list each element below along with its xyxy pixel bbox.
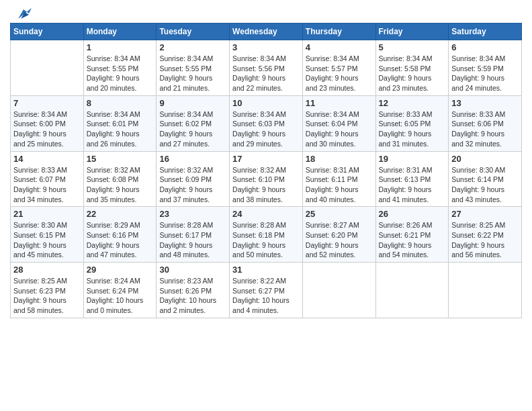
day-number: 17 — [232, 154, 300, 164]
calendar-cell — [449, 263, 522, 318]
logo-bird-icon — [11, 7, 32, 21]
day-info: Sunrise: 8:27 AMSunset: 6:20 PMDaylight:… — [306, 220, 373, 260]
calendar-cell: 25Sunrise: 8:27 AMSunset: 6:20 PMDayligh… — [302, 207, 375, 263]
calendar-cell — [11, 40, 84, 96]
day-info: Sunrise: 8:34 AMSunset: 6:03 PMDaylight:… — [232, 109, 300, 149]
day-number: 13 — [451, 98, 519, 108]
day-number: 29 — [87, 265, 154, 275]
day-info: Sunrise: 8:32 AMSunset: 6:09 PMDaylight:… — [159, 165, 226, 205]
day-info: Sunrise: 8:29 AMSunset: 6:16 PMDaylight:… — [87, 220, 154, 260]
calendar-cell: 26Sunrise: 8:26 AMSunset: 6:21 PMDayligh… — [375, 207, 449, 263]
day-number: 1 — [87, 42, 154, 52]
calendar-cell: 12Sunrise: 8:33 AMSunset: 6:05 PMDayligh… — [375, 95, 449, 151]
day-number: 22 — [87, 209, 154, 219]
calendar-cell: 9Sunrise: 8:34 AMSunset: 6:02 PMDaylight… — [157, 95, 230, 151]
weekday-header-tuesday: Tuesday — [157, 24, 230, 40]
calendar-cell — [302, 263, 375, 318]
day-number: 3 — [232, 42, 300, 52]
calendar-week-row: 14Sunrise: 8:33 AMSunset: 6:07 PMDayligh… — [11, 151, 522, 207]
calendar-cell: 30Sunrise: 8:23 AMSunset: 6:26 PMDayligh… — [157, 263, 230, 318]
day-number: 4 — [306, 42, 373, 52]
calendar-cell: 5Sunrise: 8:34 AMSunset: 5:58 PMDaylight… — [375, 40, 449, 96]
calendar-cell: 16Sunrise: 8:32 AMSunset: 6:09 PMDayligh… — [157, 151, 230, 207]
day-info: Sunrise: 8:32 AMSunset: 6:08 PMDaylight:… — [87, 165, 154, 205]
day-info: Sunrise: 8:34 AMSunset: 6:00 PMDaylight:… — [13, 109, 81, 149]
page-header — [10, 7, 522, 19]
weekday-header-friday: Friday — [375, 24, 449, 40]
calendar-cell: 10Sunrise: 8:34 AMSunset: 6:03 PMDayligh… — [230, 95, 303, 151]
calendar-cell: 18Sunrise: 8:31 AMSunset: 6:11 PMDayligh… — [302, 151, 375, 207]
weekday-header-monday: Monday — [83, 24, 157, 40]
day-info: Sunrise: 8:34 AMSunset: 5:56 PMDaylight:… — [232, 54, 300, 93]
day-number: 20 — [451, 154, 519, 164]
day-info: Sunrise: 8:33 AMSunset: 6:05 PMDaylight:… — [379, 109, 446, 149]
calendar-table: SundayMondayTuesdayWednesdayThursdayFrid… — [10, 23, 522, 318]
weekday-header-sunday: Sunday — [11, 24, 84, 40]
day-number: 15 — [87, 154, 154, 164]
day-info: Sunrise: 8:34 AMSunset: 6:02 PMDaylight:… — [159, 109, 226, 149]
calendar-cell: 20Sunrise: 8:30 AMSunset: 6:14 PMDayligh… — [449, 151, 522, 207]
calendar-week-row: 21Sunrise: 8:30 AMSunset: 6:15 PMDayligh… — [11, 207, 522, 263]
calendar-body: 1Sunrise: 8:34 AMSunset: 5:55 PMDaylight… — [11, 40, 522, 318]
calendar-cell: 13Sunrise: 8:33 AMSunset: 6:06 PMDayligh… — [449, 95, 522, 151]
day-info: Sunrise: 8:34 AMSunset: 5:59 PMDaylight:… — [451, 54, 519, 93]
day-info: Sunrise: 8:25 AMSunset: 6:22 PMDaylight:… — [451, 220, 519, 260]
calendar-cell: 31Sunrise: 8:22 AMSunset: 6:27 PMDayligh… — [230, 263, 303, 318]
day-info: Sunrise: 8:23 AMSunset: 6:26 PMDaylight:… — [159, 276, 226, 316]
day-number: 21 — [13, 209, 81, 219]
day-info: Sunrise: 8:25 AMSunset: 6:23 PMDaylight:… — [13, 276, 81, 316]
day-info: Sunrise: 8:31 AMSunset: 6:11 PMDaylight:… — [306, 165, 373, 205]
day-info: Sunrise: 8:32 AMSunset: 6:10 PMDaylight:… — [232, 165, 300, 205]
calendar-cell: 24Sunrise: 8:28 AMSunset: 6:18 PMDayligh… — [230, 207, 303, 263]
calendar-cell: 7Sunrise: 8:34 AMSunset: 6:00 PMDaylight… — [11, 95, 84, 151]
calendar-cell: 11Sunrise: 8:34 AMSunset: 6:04 PMDayligh… — [302, 95, 375, 151]
day-number: 11 — [306, 98, 373, 108]
calendar-cell: 19Sunrise: 8:31 AMSunset: 6:13 PMDayligh… — [375, 151, 449, 207]
day-number: 12 — [379, 98, 446, 108]
day-number: 7 — [13, 98, 81, 108]
calendar-cell: 2Sunrise: 8:34 AMSunset: 5:55 PMDaylight… — [157, 40, 230, 96]
calendar-cell: 21Sunrise: 8:30 AMSunset: 6:15 PMDayligh… — [11, 207, 84, 263]
calendar-cell: 8Sunrise: 8:34 AMSunset: 6:01 PMDaylight… — [83, 95, 157, 151]
day-number: 9 — [159, 98, 226, 108]
day-number: 19 — [379, 154, 446, 164]
day-number: 31 — [232, 265, 300, 275]
calendar-cell: 17Sunrise: 8:32 AMSunset: 6:10 PMDayligh… — [230, 151, 303, 207]
weekday-header-saturday: Saturday — [449, 24, 522, 40]
calendar-week-row: 28Sunrise: 8:25 AMSunset: 6:23 PMDayligh… — [11, 263, 522, 318]
day-info: Sunrise: 8:31 AMSunset: 6:13 PMDaylight:… — [379, 165, 446, 205]
calendar-cell: 1Sunrise: 8:34 AMSunset: 5:55 PMDaylight… — [83, 40, 157, 96]
day-info: Sunrise: 8:34 AMSunset: 5:57 PMDaylight:… — [306, 54, 373, 93]
calendar-cell: 22Sunrise: 8:29 AMSunset: 6:16 PMDayligh… — [83, 207, 157, 263]
day-info: Sunrise: 8:28 AMSunset: 6:18 PMDaylight:… — [232, 220, 300, 260]
day-number: 5 — [379, 42, 446, 52]
day-number: 25 — [306, 209, 373, 219]
day-info: Sunrise: 8:26 AMSunset: 6:21 PMDaylight:… — [379, 220, 446, 260]
day-number: 14 — [13, 154, 81, 164]
day-number: 16 — [159, 154, 226, 164]
day-info: Sunrise: 8:30 AMSunset: 6:15 PMDaylight:… — [13, 220, 81, 260]
day-info: Sunrise: 8:34 AMSunset: 6:04 PMDaylight:… — [306, 109, 373, 149]
day-number: 26 — [379, 209, 446, 219]
day-info: Sunrise: 8:28 AMSunset: 6:17 PMDaylight:… — [159, 220, 226, 260]
day-info: Sunrise: 8:22 AMSunset: 6:27 PMDaylight:… — [232, 276, 300, 316]
calendar-cell: 28Sunrise: 8:25 AMSunset: 6:23 PMDayligh… — [11, 263, 84, 318]
day-info: Sunrise: 8:34 AMSunset: 6:01 PMDaylight:… — [87, 109, 154, 149]
day-info: Sunrise: 8:30 AMSunset: 6:14 PMDaylight:… — [451, 165, 519, 205]
day-number: 6 — [451, 42, 519, 52]
calendar-cell: 29Sunrise: 8:24 AMSunset: 6:24 PMDayligh… — [83, 263, 157, 318]
day-info: Sunrise: 8:34 AMSunset: 5:55 PMDaylight:… — [159, 54, 226, 93]
calendar-cell: 15Sunrise: 8:32 AMSunset: 6:08 PMDayligh… — [83, 151, 157, 207]
calendar-cell: 27Sunrise: 8:25 AMSunset: 6:22 PMDayligh… — [449, 207, 522, 263]
day-number: 18 — [306, 154, 373, 164]
weekday-header-wednesday: Wednesday — [230, 24, 303, 40]
day-info: Sunrise: 8:33 AMSunset: 6:07 PMDaylight:… — [13, 165, 81, 205]
day-number: 27 — [451, 209, 519, 219]
day-number: 8 — [87, 98, 154, 108]
calendar-week-row: 7Sunrise: 8:34 AMSunset: 6:00 PMDaylight… — [11, 95, 522, 151]
day-number: 23 — [159, 209, 226, 219]
calendar-cell: 23Sunrise: 8:28 AMSunset: 6:17 PMDayligh… — [157, 207, 230, 263]
calendar-header-row: SundayMondayTuesdayWednesdayThursdayFrid… — [11, 24, 522, 40]
day-info: Sunrise: 8:24 AMSunset: 6:24 PMDaylight:… — [87, 276, 154, 316]
day-info: Sunrise: 8:33 AMSunset: 6:06 PMDaylight:… — [451, 109, 519, 149]
